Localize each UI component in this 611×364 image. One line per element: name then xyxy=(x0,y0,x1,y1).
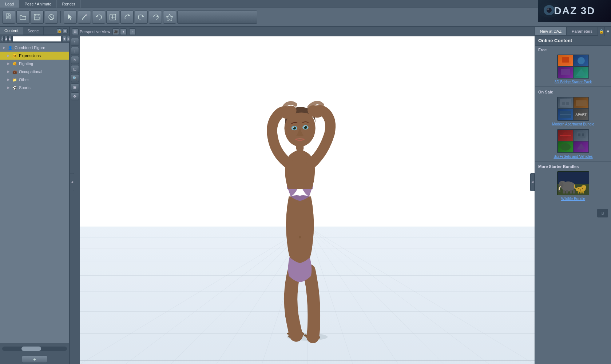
toolbar-cancel-btn[interactable] xyxy=(45,11,58,24)
toolbar-new-btn[interactable] xyxy=(2,11,15,24)
sports-icon: ⚽ xyxy=(12,85,17,91)
tool-perspective[interactable]: ⊡ xyxy=(71,65,79,73)
tree-arrow: ▶ xyxy=(3,46,7,49)
content-toolbar: ⌂ ◀ ▶ ▼ ≡ xyxy=(0,35,69,43)
center-area: ⊞ Perspective View 🎥 ▼ ≡ ↑ ↓ ↻ ⊡ 🔍 ⊞ ✥ xyxy=(70,27,535,364)
content-item-scifi[interactable]: Sci Fi Sets and Vehicles xyxy=(535,128,611,160)
svg-rect-85 xyxy=(570,190,572,194)
toolbar-open-btn[interactable] xyxy=(16,11,29,24)
label-wildlife[interactable]: Wildlife Bundle xyxy=(561,197,585,201)
viewport: ↑ ↓ ↻ ⊡ 🔍 ⊞ ✥ xyxy=(70,36,535,364)
right-tab-menu[interactable]: ≡ xyxy=(604,27,611,36)
tree-item-expressions[interactable]: ▶ 😊 Expressions xyxy=(0,52,69,60)
svg-line-13 xyxy=(82,15,86,19)
svg-rect-75 xyxy=(582,133,584,136)
tree-item-sports[interactable]: ▶ ⚽ Sports xyxy=(0,84,69,92)
toolbar-save-btn[interactable] xyxy=(31,11,44,24)
section-bundles-label: More Starter Bundles xyxy=(535,163,611,170)
tab-content[interactable]: Content xyxy=(0,27,23,35)
toolbar-rotate-btn[interactable] xyxy=(120,11,134,24)
tab-scene[interactable]: Scene xyxy=(23,27,44,35)
viewport-more-btn[interactable]: ≡ xyxy=(129,28,136,35)
tool-rotate-cw[interactable]: ↻ xyxy=(71,56,79,64)
viewport-options-btn[interactable]: ▼ xyxy=(120,28,127,35)
svg-point-2 xyxy=(547,8,552,13)
ct-back-btn[interactable]: ◀ xyxy=(4,36,8,42)
toolbar-undo2-btn[interactable] xyxy=(135,11,148,24)
expressions-icon: 😊 xyxy=(12,53,17,59)
apt-cell-1 xyxy=(558,97,573,109)
viewport-canvas[interactable] xyxy=(80,36,535,364)
tool-move-3d[interactable]: ✥ xyxy=(71,92,79,100)
scifi-cell-4 xyxy=(573,141,589,153)
menu-render[interactable]: Render xyxy=(57,0,80,8)
svg-marker-16 xyxy=(96,16,98,17)
occupational-icon: 💼 xyxy=(12,69,17,75)
toolbar-pin-btn[interactable] xyxy=(163,11,176,24)
right-panel-scroll[interactable]: Free xyxy=(535,46,611,364)
tool-zoom-in[interactable]: 🔍 xyxy=(71,74,79,82)
svg-point-87 xyxy=(559,182,564,188)
section-free-label: Free xyxy=(535,46,611,53)
toolbar-add-btn[interactable] xyxy=(106,11,119,24)
right-tab-icon[interactable]: 🔒 xyxy=(598,27,604,36)
svg-point-90 xyxy=(578,188,579,189)
add-button[interactable]: + xyxy=(22,356,47,363)
divider-1 xyxy=(535,87,611,87)
svg-rect-66 xyxy=(562,102,565,105)
tree-arrow-other: ▶ xyxy=(7,78,11,81)
label-scifi[interactable]: Sci Fi Sets and Vehicles xyxy=(554,155,592,159)
svg-rect-83 xyxy=(563,190,565,194)
thumb-scifi xyxy=(557,129,589,153)
tab-icon-menu[interactable]: ≡ xyxy=(63,28,68,33)
ct-home-btn[interactable]: ⌂ xyxy=(1,36,4,42)
online-content-header: Online Content xyxy=(535,36,611,46)
toolbar-draw-btn[interactable] xyxy=(78,11,91,24)
right-expand-btn[interactable]: ◀ xyxy=(530,173,535,191)
label-3d-bridge[interactable]: 3D Bridge Starter Pack xyxy=(555,80,592,84)
svg-marker-23 xyxy=(166,14,173,21)
content-item-apartment[interactable]: APART Modern Apartment Bundle xyxy=(535,95,611,128)
tree-item-combined-figure[interactable]: ▶ 👤 Combined Figure xyxy=(0,44,69,52)
tab-new-at-daz[interactable]: New at DAZ xyxy=(535,27,567,35)
label-apartment[interactable]: Modern Apartment Bundle xyxy=(552,122,594,126)
tool-frame[interactable]: ⊞ xyxy=(71,83,79,91)
menu-pose-animate[interactable]: Pose / Animate xyxy=(19,0,57,8)
viewport-title: Perspective View xyxy=(80,29,110,34)
tool-move-down[interactable]: ↓ xyxy=(71,47,79,55)
tree-item-occupational[interactable]: ▶ 💼 Occupational xyxy=(0,68,69,76)
svg-rect-61 xyxy=(562,57,569,63)
ct-options-btn[interactable]: ≡ xyxy=(67,36,70,42)
svg-rect-73 xyxy=(577,132,586,138)
tab-parameters[interactable]: Parameters xyxy=(567,27,598,35)
ct-forward-btn[interactable]: ▶ xyxy=(8,36,12,42)
logo-text: DAZ 3D xyxy=(554,5,595,17)
ct-filter-btn[interactable]: ▼ xyxy=(62,36,66,42)
ct-search-input[interactable] xyxy=(12,36,62,42)
menu-load[interactable]: Load xyxy=(0,0,19,8)
svg-rect-68 xyxy=(576,100,587,106)
tool-move-up[interactable]: ↑ xyxy=(71,38,79,46)
svg-rect-9 xyxy=(35,17,39,19)
left-panel-footer: + xyxy=(0,354,69,364)
content-item-3d-bridge[interactable]: 3D Bridge Starter Pack xyxy=(535,53,611,85)
toolbar-select-btn[interactable] xyxy=(64,11,77,24)
h-scrollbar[interactable] xyxy=(2,347,67,351)
toolbar-undo-btn[interactable] xyxy=(92,11,105,24)
viewport-camera-btn[interactable]: 🎥 xyxy=(112,28,119,35)
viewport-grid-btn[interactable]: ⊞ xyxy=(72,28,79,35)
tree-item-other[interactable]: ▶ 📁 Other xyxy=(0,76,69,84)
wildlife-svg xyxy=(558,171,589,195)
tree-arrow-sports: ▶ xyxy=(7,86,11,89)
svg-point-3 xyxy=(547,8,549,10)
left-expand-btn[interactable]: ◀ xyxy=(70,173,74,191)
svg-rect-86 xyxy=(573,190,575,194)
apt-cell-3 xyxy=(558,109,573,120)
svg-rect-95 xyxy=(582,191,584,194)
side-tools: ↑ ↓ ↻ ⊡ 🔍 ⊞ ✥ xyxy=(70,36,80,364)
tree-item-fighting[interactable]: ▶ 👊 Fighting xyxy=(0,60,69,68)
main-toolbar xyxy=(0,8,611,27)
toolbar-redo-btn[interactable] xyxy=(149,11,162,24)
content-item-wildlife[interactable]: Wildlife Bundle xyxy=(535,170,611,202)
tab-icon-lock[interactable]: 🔒 xyxy=(57,28,62,33)
